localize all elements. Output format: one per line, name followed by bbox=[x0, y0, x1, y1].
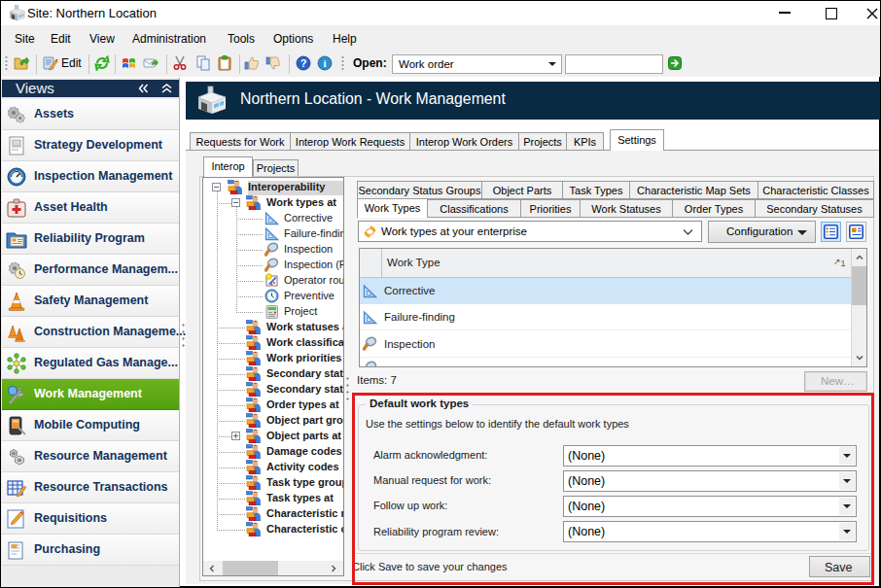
svg-text:i: i bbox=[323, 57, 326, 69]
svg-text:?: ? bbox=[300, 57, 307, 69]
